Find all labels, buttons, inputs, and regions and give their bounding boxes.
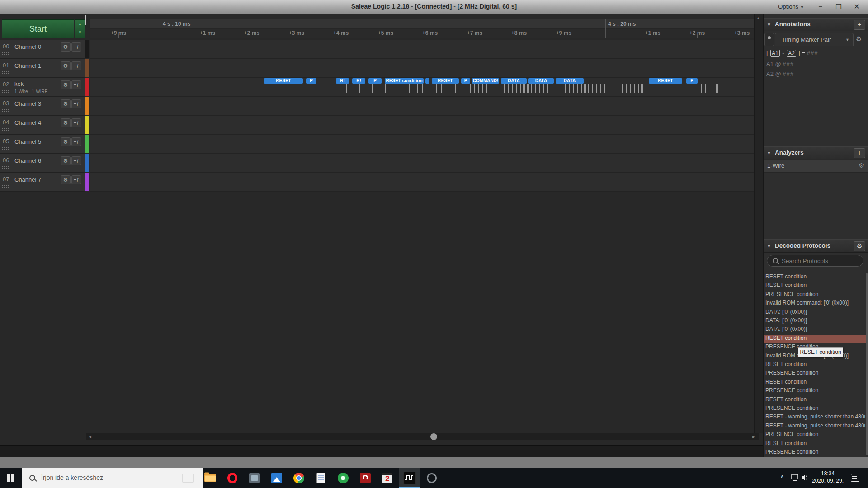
decoded-protocol-item[interactable]: DATA: ['0' (0x00)] [764,326,868,334]
decoded-protocol-item[interactable]: DATA: ['0' (0x00)] [764,317,868,326]
protocol-bubble[interactable]: P [686,78,698,84]
drag-handle-icon[interactable] [2,185,9,188]
channel-row-06[interactable]: 06Channel 6⚙+ƒ [0,154,85,173]
decoded-protocol-item[interactable]: PRESENCE condition [764,291,868,300]
channel-gear-icon[interactable]: ⚙ [61,99,71,108]
channel-gear-icon[interactable]: ⚙ [61,175,71,184]
protocol-bubble[interactable]: DATA [501,78,527,84]
channel-measure-icon[interactable]: +ƒ [71,61,81,70]
decoded-protocol-item[interactable]: RESET condition [764,440,868,449]
waveform-row-07[interactable] [90,173,754,192]
channel-measure-icon[interactable]: +ƒ [71,42,81,52]
taskbar-search-input[interactable]: Írjon ide a kereséshez [22,468,203,488]
decoded-protocol-item[interactable]: RESET condition [764,361,868,370]
scroll-left-icon[interactable]: ◄ [88,434,92,440]
channel-row-03[interactable]: 03Channel 3⚙+ƒ [0,97,85,116]
taskbar-icon-notepad[interactable] [310,468,332,488]
drag-handle-icon[interactable] [2,109,9,112]
taskbar-icon-app-gray[interactable] [244,468,265,488]
protocol-search-input[interactable]: Search Protocols [767,255,863,267]
close-button[interactable]: ✕ [850,1,863,12]
vertical-scrollbar[interactable] [754,14,763,433]
decoded-protocol-item[interactable]: RESET condition [764,396,868,405]
protocol-bubble[interactable]: P [306,78,316,84]
taskbar-icon-acrobat[interactable] [354,468,376,488]
taskbar-icon-task-view[interactable] [177,468,199,488]
collapse-icon[interactable]: ▼ [767,22,771,27]
decoded-protocol-item[interactable]: RESET condition [764,282,868,291]
channel-measure-icon[interactable]: +ƒ [71,99,81,108]
protocol-bubble[interactable]: DATA [556,78,584,84]
decoded-protocols-header[interactable]: ▼ Decoded Protocols ⚙ [764,239,868,253]
volume-icon[interactable] [801,474,809,481]
taskbar-icon-saleae-logic[interactable] [399,468,420,488]
decoded-protocol-item[interactable]: PRESENCE condition [764,370,868,378]
decoded-protocol-item[interactable]: PRESENCE condition [764,449,868,457]
decoded-protocol-item[interactable]: RESET - warning, pulse shorter than 480u… [764,413,868,422]
channel-gear-icon[interactable]: ⚙ [61,80,71,89]
add-annotation-button[interactable]: + [854,20,865,30]
scroll-right-icon[interactable]: ► [751,434,756,440]
scroll-up-icon[interactable]: ▲ [755,15,761,21]
marker-a2-chip[interactable]: A2 [787,50,796,57]
scrollbar-thumb[interactable] [430,433,437,440]
taskbar-icon-app-green[interactable] [332,468,354,488]
channel-row-07[interactable]: 07Channel 7⚙+ƒ [0,173,85,192]
marker-pin-icon[interactable] [764,33,774,46]
horizontal-scrollbar[interactable] [86,433,760,440]
maximize-button[interactable]: ❐ [832,1,845,12]
protocol-bubble[interactable]: RESET [264,78,303,84]
tray-clock[interactable]: 18:34 2020. 09. 29. [810,470,845,484]
waveform-row-04[interactable] [90,116,754,135]
channel-gear-icon[interactable]: ⚙ [61,42,71,52]
waveform-row-00[interactable] [90,40,754,59]
protocol-bubble[interactable]: DATA [528,78,554,84]
drag-handle-icon[interactable] [2,90,9,93]
protocol-bubble[interactable]: COMMAND! [472,78,499,84]
channel-row-05[interactable]: 05Channel 5⚙+ƒ [0,135,85,154]
channel-measure-icon[interactable]: +ƒ [71,118,81,127]
dropdown-icon[interactable]: ▼ [845,38,849,42]
channel-gear-icon[interactable]: ⚙ [61,156,71,165]
timeline-ruler[interactable]: 4 s : 10 ms4 s : 20 ms+9 ms+1 ms+2 ms+3 … [90,14,754,38]
protocol-bubble[interactable]: RESET condition [385,78,424,84]
decoded-protocol-item[interactable]: PRESENCE condition [764,431,868,440]
waveform-row-02[interactable]: RESETPR!R!PRESET conditionRESETPCOMMAND!… [90,78,754,97]
add-analyzer-button[interactable]: + [854,148,865,158]
start-capture-button[interactable]: Start [2,19,74,38]
drag-handle-icon[interactable] [2,52,9,55]
decoded-protocol-item[interactable]: PRESENCE condition [764,405,868,413]
tray-expand-icon[interactable]: ∧ [780,474,784,479]
channel-row-00[interactable]: 00Channel 0⚙+ƒ [0,40,85,59]
channel-measure-icon[interactable]: +ƒ [71,175,81,184]
protocol-bubble[interactable] [425,78,429,84]
collapse-icon[interactable]: ▼ [767,150,771,155]
decoded-gear-button[interactable]: ⚙ [854,241,865,251]
decoded-protocol-item[interactable]: Invalid ROM command: ['0' (0x00)] [764,300,868,308]
decoded-protocol-item[interactable]: RESET - warning, pulse shorter than 480u… [764,422,868,431]
decoded-protocol-item[interactable]: DATA: ['0' (0x00)] [764,309,868,317]
waveform-row-05[interactable] [90,135,754,154]
protocol-bubble[interactable]: R! [352,78,365,84]
network-icon[interactable] [791,474,799,481]
timing-gear-icon[interactable]: ⚙ [856,35,862,43]
collapse-icon[interactable]: ▼ [767,244,771,249]
decoded-protocol-item[interactable]: RESET condition [764,273,868,282]
protocol-bubble[interactable]: RESET [432,78,459,84]
taskbar-icon-file-explorer[interactable] [199,468,221,488]
channel-measure-icon[interactable]: +ƒ [71,137,81,146]
channel-row-02[interactable]: 02kek1-Wire - 1-WIRE⚙+ƒ [0,78,85,97]
marker-a1-chip[interactable]: A1 [770,50,780,57]
decoded-protocol-item[interactable]: PRESENCE condition [764,387,868,396]
options-menu[interactable]: Options ▼ [774,2,808,11]
decoded-protocol-item[interactable]: RESET condition [764,335,868,343]
decoded-list-scrollbar[interactable] [866,273,868,455]
taskbar-icon-app-dark[interactable] [421,468,443,488]
taskbar-icon-opera[interactable] [222,468,243,488]
protocol-bubble[interactable]: RESET [649,78,682,84]
channel-measure-icon[interactable]: +ƒ [71,80,81,89]
decoded-protocol-item[interactable]: RESET condition [764,379,868,387]
channel-gear-icon[interactable]: ⚙ [61,137,71,146]
taskbar-icon-chrome[interactable] [288,468,310,488]
drag-handle-icon[interactable] [2,166,9,169]
